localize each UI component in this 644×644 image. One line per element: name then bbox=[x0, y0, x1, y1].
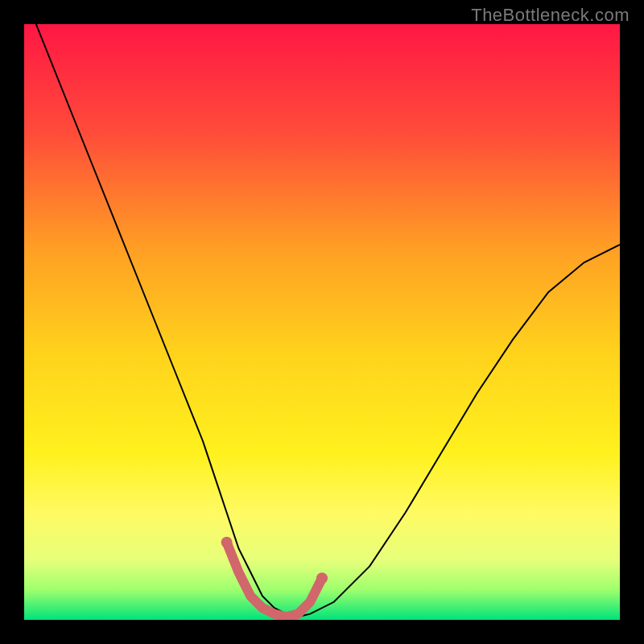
highlight-dot bbox=[221, 537, 233, 548]
gradient-background bbox=[24, 24, 620, 620]
plot-area bbox=[24, 24, 620, 620]
chart-canvas bbox=[24, 24, 620, 620]
highlight-dot bbox=[316, 572, 328, 584]
watermark-text: TheBottleneck.com bbox=[471, 5, 630, 26]
chart-frame: TheBottleneck.com bbox=[0, 0, 644, 644]
